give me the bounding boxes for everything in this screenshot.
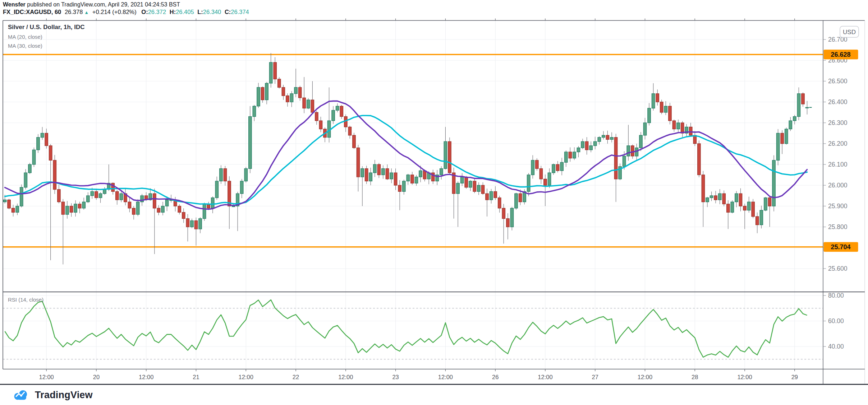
last-price: 26.378 xyxy=(65,9,83,15)
close-label: C: xyxy=(225,9,231,15)
time-axis-label: 29 xyxy=(791,374,798,380)
price-axis-label: 26.100 xyxy=(828,161,848,168)
publish-line: Wensfer published on TradingView.com, Ap… xyxy=(3,1,249,8)
ma30-legend[interactable]: MA (30, close) xyxy=(8,43,85,49)
time-axis-label: 26 xyxy=(492,374,499,380)
time-axis-label: 27 xyxy=(592,374,598,380)
chart-title[interactable]: Silver / U.S. Dollar, 1h, IDC xyxy=(8,24,85,31)
ma20-legend[interactable]: MA (20, close) xyxy=(8,34,85,40)
time-axis-label: 12:00 xyxy=(737,374,752,380)
publish-info-text: published on TradingView.com, April 29, … xyxy=(26,1,180,8)
price-axis-label: 26.400 xyxy=(828,98,848,106)
rsi-axis-label: 40.00 xyxy=(828,343,844,350)
time-axis-label: 12:00 xyxy=(239,374,253,380)
level-price-badge: 25.704 xyxy=(824,242,858,252)
time-axis-label: 23 xyxy=(392,374,399,380)
chart-legend: Silver / U.S. Dollar, 1h, IDC MA (20, cl… xyxy=(8,24,85,49)
price-axis-label: 26.500 xyxy=(828,78,848,85)
price-axis-label: 26.000 xyxy=(828,182,848,189)
rsi-axis[interactable]: 80.0060.0040.00 xyxy=(823,292,844,350)
time-axis-label: 28 xyxy=(692,374,698,380)
currency-button-label: USD xyxy=(843,29,856,36)
time-axis-label: 12:00 xyxy=(139,374,153,380)
tradingview-logo-text: TradingView xyxy=(35,390,93,401)
open-value: 26.372 xyxy=(148,9,166,15)
price-axis-label: 25.600 xyxy=(828,265,848,272)
time-axis-label: 12:00 xyxy=(39,374,54,380)
open-label: O: xyxy=(141,9,148,15)
close-value: 26.374 xyxy=(231,9,249,15)
time-axis-label: 21 xyxy=(193,374,199,380)
low-value: 26.340 xyxy=(203,9,221,15)
rsi-axis-label: 80.00 xyxy=(828,292,844,299)
price-axis-label: 25.900 xyxy=(828,202,848,210)
high-label: H: xyxy=(170,9,176,15)
high-value: 26.405 xyxy=(176,9,194,15)
currency-button[interactable]: USD xyxy=(840,26,859,37)
price-axis-label: 26.300 xyxy=(828,119,848,126)
author-link[interactable]: Wensfer xyxy=(3,1,26,8)
time-axis-label: 22 xyxy=(293,374,299,380)
level-badge-label: 25.704 xyxy=(831,243,850,251)
price-axis-label: 25.800 xyxy=(828,223,848,231)
time-axis-label: 20 xyxy=(93,374,100,380)
level-badge-label: 26.628 xyxy=(831,51,850,58)
low-label: L: xyxy=(197,9,203,15)
up-arrow-icon: ▲ xyxy=(84,10,89,15)
price-axis[interactable]: 26.70026.60026.50026.40026.30026.20026.1… xyxy=(823,36,848,272)
chart-canvas[interactable]: 26.70026.60026.50026.40026.30026.20026.1… xyxy=(0,0,868,386)
time-axis-label: 12:00 xyxy=(538,374,552,380)
rsi-axis-label: 60.00 xyxy=(828,317,844,325)
time-axis-label: 12:00 xyxy=(338,374,353,380)
tradingview-logo[interactable]: TradingView xyxy=(13,389,93,401)
candlesticks xyxy=(3,53,812,265)
price-axis-label: 26.200 xyxy=(828,140,848,147)
time-axis-label: 12:00 xyxy=(638,374,652,380)
rsi-legend[interactable]: RSI (14, close) xyxy=(8,297,43,303)
publish-header: Wensfer published on TradingView.com, Ap… xyxy=(3,1,249,16)
symbol-name[interactable]: FX_IDC:XAGUSD, 60 xyxy=(3,9,61,15)
time-axis-label: 12:00 xyxy=(438,374,453,380)
symbol-quote-line: FX_IDC:XAGUSD, 60 26.378▲ +0.214 (+0.82%… xyxy=(3,8,249,16)
tradingview-cloud-icon xyxy=(13,389,30,401)
price-change: +0.214 (+0.82%) xyxy=(92,9,137,15)
level-price-badge: 26.628 xyxy=(824,50,858,59)
